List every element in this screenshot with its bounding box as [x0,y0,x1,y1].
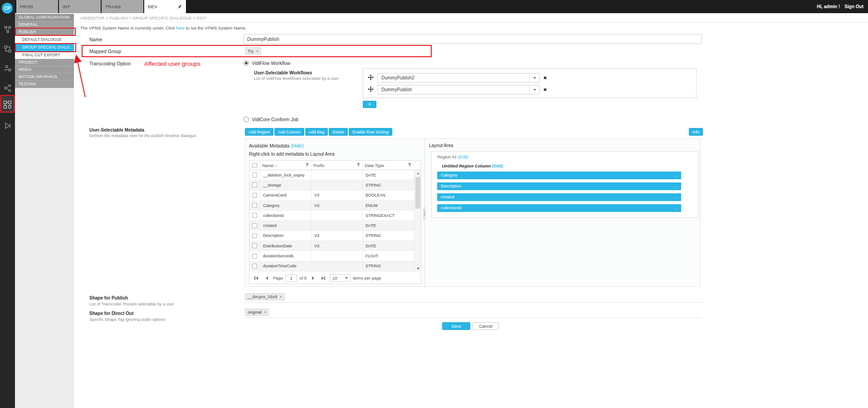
table-row[interactable]: durationTimeCodeSTRING [249,261,415,271]
table-row[interactable]: __storageSTRING [249,180,415,190]
rail-user-settings-icon[interactable] [0,60,15,77]
sidebar-item-motion-graphics[interactable]: MOTION GRAPHICS [15,74,74,81]
rail-configuration-icon[interactable] [0,96,15,113]
row-checkbox[interactable] [252,233,257,238]
cell-name: DistributionDate [260,241,312,251]
sidebar-item-global-configuration[interactable]: GLOBAL CONFIGURATION [15,14,74,21]
sidebar-item-media[interactable]: MEDIA [15,66,74,74]
first-page-button[interactable] [252,275,260,282]
field-options-icon[interactable] [673,204,678,212]
remove-workflow-2-icon[interactable] [543,87,547,92]
add-bag-button[interactable]: Add Bag [305,128,328,136]
last-page-button[interactable] [319,275,327,282]
drag-handle-icon[interactable] [368,86,374,93]
region-edit-link[interactable]: (Edit) [458,154,468,159]
sidebar-item-project[interactable]: PROJECT [15,59,74,66]
sidebar-item-publish[interactable]: PUBLISH [15,29,74,36]
radio-vidiflow-workflow[interactable] [244,60,249,66]
sidebar-item-testing[interactable]: TESTING [15,81,74,88]
info-button[interactable]: Info [689,128,703,136]
scroll-up-icon[interactable] [414,170,421,176]
shape-direct-tag[interactable]: original [245,309,269,316]
chevron-down-icon[interactable] [529,85,539,94]
layout-field-collectionid[interactable]: collectionId [437,204,681,212]
row-checkbox[interactable] [252,182,257,187]
table-row[interactable]: DistributionDateV3DATE [249,241,415,251]
drag-handle-icon[interactable] [368,74,374,81]
rail-share-icon[interactable] [0,79,15,97]
sidebar-item-final-cut-export[interactable]: FINAL CUT EXPORT [15,51,74,59]
tab-dev[interactable]: DEV [144,0,186,13]
scrollbar-thumb[interactable] [415,177,420,209]
save-button[interactable]: Save [442,322,470,330]
table-row[interactable]: CameraCardV3BOOLEAN [249,191,415,201]
cancel-button[interactable]: Cancel [473,322,499,330]
cell-datatype: STRINGEXACT [363,211,414,220]
chevron-down-icon[interactable] [529,74,539,82]
column-header-prefix[interactable]: Prefix [312,161,363,170]
row-checkbox[interactable] [252,254,257,259]
row-checkbox[interactable] [252,193,257,198]
region-column-edit-link[interactable]: (Edit) [492,163,503,168]
row-checkbox[interactable] [252,203,257,208]
mapped-group-tag[interactable]: Try [245,47,261,54]
shape-publish-tag[interactable]: __dvcpro_16x9 [245,293,285,300]
field-options-icon[interactable] [673,182,678,190]
layout-field-description[interactable]: Description [437,182,681,190]
add-workflow-button[interactable] [363,101,376,108]
layout-field-created[interactable]: created [437,193,681,201]
table-row[interactable]: CategoryV3ENUM [249,201,415,211]
rail-workflow-icon[interactable] [0,21,15,38]
sign-out-link[interactable]: Sign Out [844,4,863,9]
table-row[interactable]: __deletion_lock_expiryDATE [249,170,415,180]
scroll-down-icon[interactable] [414,265,421,271]
table-row[interactable]: DescriptionV3STRING [249,231,415,241]
sidebar-item-group-specific-dialogue[interactable]: GROUP SPECIFIC DIALO... [15,44,74,51]
column-header-name[interactable]: Name [260,161,312,170]
add-region-button[interactable]: Add Region [245,128,273,136]
page-size-select[interactable]: 10 [330,274,351,282]
table-row[interactable]: createdDATE [249,221,415,231]
enable-row-sorting-button[interactable]: Enable Row Sorting [349,128,392,136]
rail-pipeline-icon[interactable] [0,40,15,58]
column-header-datatype[interactable]: Data Type [363,161,414,170]
select-all-checkbox[interactable] [252,163,257,168]
row-checkbox[interactable] [252,264,257,269]
row-checkbox[interactable] [252,172,257,177]
tab-trans[interactable]: TRANS [102,0,143,13]
next-page-button[interactable] [309,275,317,282]
sidebar-item-default-dialogue[interactable]: DEFAULT DIALOGUE [15,36,74,44]
delete-button[interactable]: Delete [329,128,348,136]
filter-icon[interactable] [356,163,361,168]
splitter-handle[interactable] [423,207,426,220]
remove-workflow-1-icon[interactable] [543,75,547,80]
add-column-button[interactable]: Add Column [274,128,304,136]
tab-int[interactable]: INT [59,0,101,13]
row-checkbox[interactable] [252,243,257,248]
pin-icon[interactable] [177,4,182,10]
app-logo[interactable]: CP [2,3,13,14]
shape-for-publish-field[interactable]: __dvcpro_16x9 [244,291,702,303]
filter-icon[interactable] [408,163,412,168]
row-checkbox[interactable] [252,223,257,228]
previous-page-button[interactable] [263,275,271,282]
radio-vidicore-conform-job[interactable] [244,117,249,122]
workflow-select-2[interactable]: DummyPublish [377,85,540,94]
field-options-icon[interactable] [673,172,678,179]
grid-scrollbar[interactable] [414,170,421,271]
table-row[interactable]: collectionIdSTRINGEXACT [249,211,415,221]
name-input[interactable] [244,34,702,44]
row-checkbox[interactable] [252,213,257,218]
notice-here-link[interactable]: here [176,25,185,30]
layout-field-category[interactable]: Category [437,172,681,179]
table-row[interactable]: durationSecondsFLOAT [249,251,415,261]
tab-prod[interactable]: PROD [16,0,58,13]
rail-run-icon[interactable] [0,117,15,134]
field-options-icon[interactable] [673,193,678,201]
page-number-input[interactable] [285,275,297,282]
shape-for-direct-out-field[interactable]: original [244,306,702,318]
workflow-select-1[interactable]: DummyPublish2 [377,73,540,83]
sidebar-item-general[interactable]: GENERAL [15,21,74,29]
filter-icon[interactable] [305,163,309,168]
hide-link[interactable]: (Hide) [291,143,304,148]
